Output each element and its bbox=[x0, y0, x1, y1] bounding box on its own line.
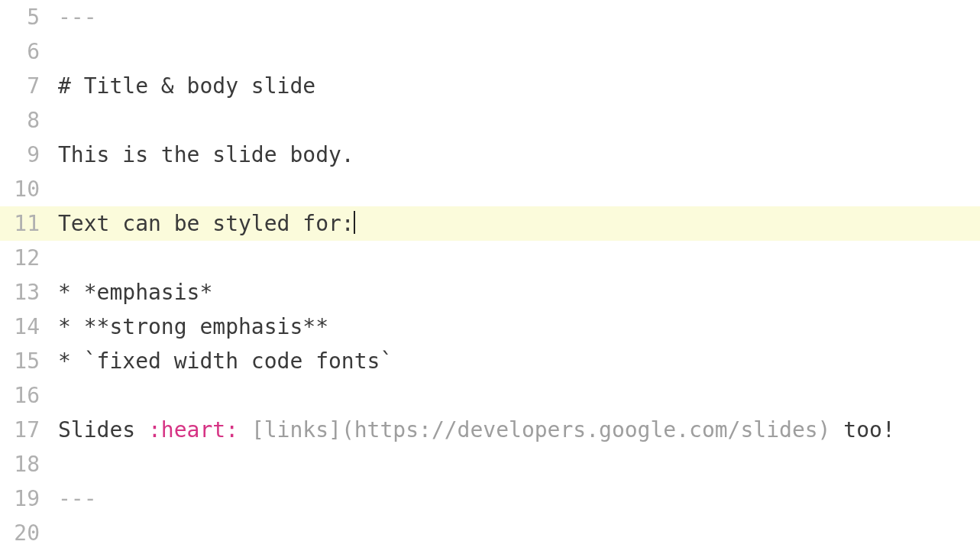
line-number: 8 bbox=[0, 103, 53, 138]
editor-line[interactable]: 14* **strong emphasis** bbox=[0, 310, 980, 344]
line-content[interactable]: --- bbox=[53, 481, 97, 516]
line-number: 6 bbox=[0, 34, 53, 69]
code-segment: This is the slide body. bbox=[58, 142, 354, 167]
line-number: 15 bbox=[0, 344, 53, 378]
code-segment: :heart: bbox=[148, 417, 238, 442]
code-segment bbox=[238, 417, 251, 442]
code-segment: # Title & body slide bbox=[58, 73, 315, 99]
line-content[interactable]: --- bbox=[53, 0, 97, 34]
line-number: 20 bbox=[0, 516, 53, 550]
code-segment: Slides bbox=[58, 417, 148, 442]
code-segment: * *emphasis* bbox=[58, 280, 212, 305]
text-cursor bbox=[354, 211, 355, 234]
editor-line[interactable]: 15* `fixed width code fonts` bbox=[0, 344, 980, 378]
editor-line[interactable]: 19--- bbox=[0, 481, 980, 516]
code-segment: * **strong emphasis** bbox=[58, 314, 328, 339]
code-segment: --- bbox=[58, 5, 97, 30]
line-number: 12 bbox=[0, 241, 53, 275]
line-number: 7 bbox=[0, 69, 53, 103]
line-content[interactable]: * **strong emphasis** bbox=[53, 310, 328, 344]
editor-line[interactable]: 18 bbox=[0, 447, 980, 481]
code-editor[interactable]: 5---67# Title & body slide89This is the … bbox=[0, 0, 980, 550]
line-content[interactable]: # Title & body slide bbox=[53, 69, 315, 103]
line-content[interactable]: * *emphasis* bbox=[53, 275, 212, 310]
editor-line[interactable]: 7# Title & body slide bbox=[0, 69, 980, 103]
line-number: 19 bbox=[0, 481, 53, 516]
line-content[interactable]: Slides :heart: [links](https://developer… bbox=[53, 413, 895, 447]
code-segment: [links](https://developers.google.com/sl… bbox=[251, 417, 831, 442]
line-number: 14 bbox=[0, 310, 53, 344]
code-segment: --- bbox=[58, 486, 97, 511]
editor-line[interactable]: 16 bbox=[0, 378, 980, 413]
code-segment: Text can be styled for: bbox=[58, 211, 354, 236]
editor-line[interactable]: 9This is the slide body. bbox=[0, 138, 980, 172]
editor-line[interactable]: 13* *emphasis* bbox=[0, 275, 980, 310]
code-segment: too! bbox=[830, 417, 894, 442]
editor-line[interactable]: 20 bbox=[0, 516, 980, 550]
line-number: 11 bbox=[0, 206, 53, 241]
line-number: 9 bbox=[0, 138, 53, 172]
code-segment: * `fixed width code fonts` bbox=[58, 348, 393, 374]
editor-line[interactable]: 12 bbox=[0, 241, 980, 275]
line-number: 10 bbox=[0, 172, 53, 206]
editor-line[interactable]: 5--- bbox=[0, 0, 980, 34]
line-number: 13 bbox=[0, 275, 53, 310]
line-content[interactable]: Text can be styled for: bbox=[53, 206, 355, 241]
line-number: 17 bbox=[0, 413, 53, 447]
line-number: 5 bbox=[0, 0, 53, 34]
editor-line[interactable]: 10 bbox=[0, 172, 980, 206]
editor-line[interactable]: 11Text can be styled for: bbox=[0, 206, 980, 241]
editor-line[interactable]: 17Slides :heart: [links](https://develop… bbox=[0, 413, 980, 447]
line-number: 18 bbox=[0, 447, 53, 481]
line-content[interactable]: This is the slide body. bbox=[53, 138, 354, 172]
editor-line[interactable]: 6 bbox=[0, 34, 980, 69]
editor-line[interactable]: 8 bbox=[0, 103, 980, 138]
line-number: 16 bbox=[0, 378, 53, 413]
line-content[interactable]: * `fixed width code fonts` bbox=[53, 344, 393, 378]
